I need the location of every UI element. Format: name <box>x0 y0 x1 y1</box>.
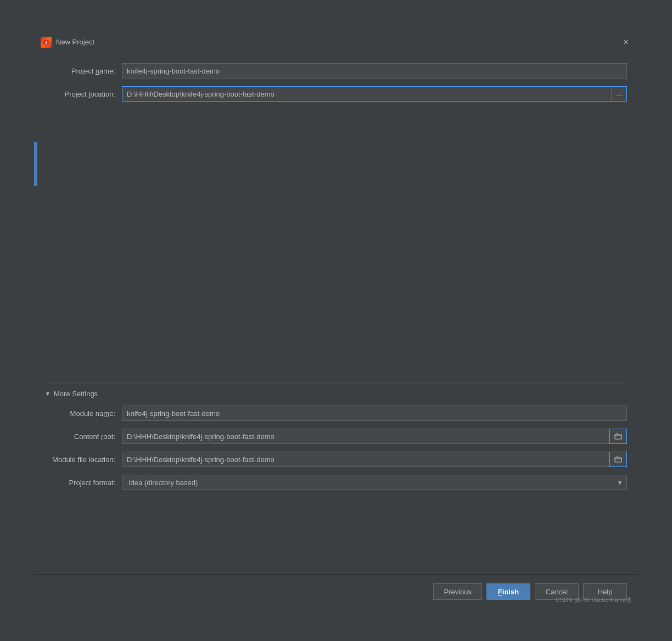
app-icon: J <box>41 37 52 48</box>
title-bar: J New Project × <box>34 32 638 52</box>
close-button[interactable]: × <box>620 37 631 48</box>
main-area: Project name: Project location: ... ▼ <box>34 52 638 609</box>
more-settings-section: ▼ More Settings Module name: Conte <box>45 384 627 498</box>
project-format-label: Project format: <box>45 479 122 487</box>
more-settings-form: Module name: Content root: <box>45 406 627 498</box>
content-spacer <box>45 109 627 384</box>
project-format-select[interactable]: .idea (directory based) <box>122 475 627 490</box>
project-location-input-group: ... <box>122 86 627 102</box>
watermark: CSDN @FBI HackerHarry浩 <box>556 596 631 604</box>
module-name-label: Module name: <box>45 409 122 418</box>
module-file-location-input-group <box>122 452 627 467</box>
project-name-row: Project name: <box>45 63 627 78</box>
finish-label-text: inish <box>502 588 519 596</box>
more-settings-label: More Settings <box>54 390 98 398</box>
previous-button[interactable]: Previous <box>433 583 482 600</box>
content-root-input[interactable] <box>122 429 609 444</box>
module-file-location-input[interactable] <box>122 452 609 467</box>
svg-rect-3 <box>615 458 621 462</box>
project-format-row: Project format: .idea (directory based) … <box>45 475 627 490</box>
content-root-row: Content root: <box>45 429 627 444</box>
finish-button[interactable]: Finish <box>486 583 530 600</box>
content-area: Project name: Project location: ... ▼ <box>34 52 638 574</box>
project-name-label: Project name: <box>45 67 122 75</box>
project-name-input[interactable] <box>122 63 627 78</box>
module-name-row: Module name: <box>45 406 627 421</box>
content-root-input-group <box>122 429 627 444</box>
svg-rect-2 <box>615 435 621 439</box>
button-row: Previous Finish Cancel Help <box>34 574 638 609</box>
title-bar-left: J New Project <box>41 37 94 48</box>
svg-text:J: J <box>45 41 47 44</box>
content-root-browse-button[interactable] <box>609 429 627 444</box>
module-file-browse-button[interactable] <box>609 452 627 467</box>
more-settings-header[interactable]: ▼ More Settings <box>45 390 627 398</box>
content-root-label: Content root: <box>45 432 122 441</box>
project-format-select-wrapper: .idea (directory based) ▼ <box>122 475 627 490</box>
module-file-location-label: Module file location: <box>45 456 122 464</box>
module-name-input[interactable] <box>122 406 627 421</box>
project-location-input[interactable] <box>122 86 612 102</box>
browse-button[interactable]: ... <box>612 86 627 102</box>
collapse-arrow-icon: ▼ <box>45 391 51 397</box>
left-panel-indicator <box>34 142 37 186</box>
project-location-label: Project location: <box>45 90 122 98</box>
project-location-row: Project location: ... <box>45 86 627 102</box>
module-file-location-row: Module file location: <box>45 452 627 467</box>
dialog-title: New Project <box>56 38 94 46</box>
